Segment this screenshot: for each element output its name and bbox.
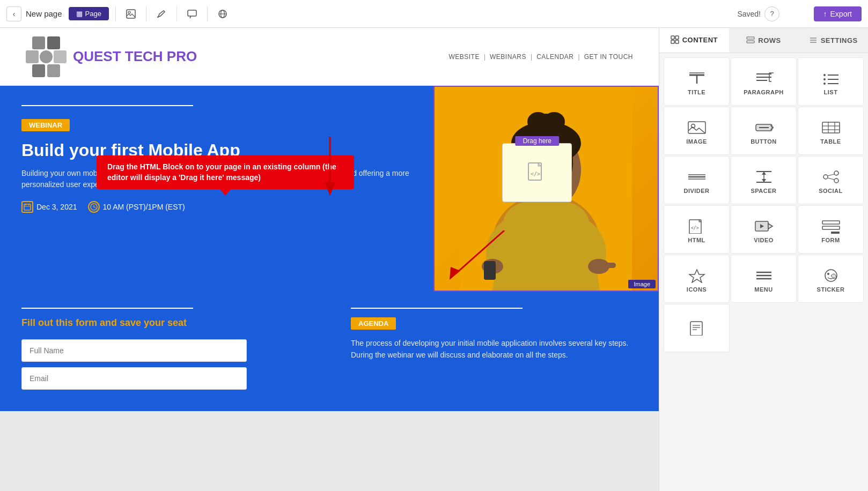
svg-text:</>: </> <box>691 226 699 230</box>
svg-point-77 <box>823 175 828 179</box>
help-button[interactable]: ? <box>764 6 779 21</box>
content-item-spacer[interactable]: SPACER <box>731 156 797 204</box>
clock-icon <box>88 201 100 213</box>
svg-line-80 <box>828 178 834 180</box>
html-file-icon: </> <box>526 162 548 183</box>
red-arrow-down <box>319 137 341 201</box>
svg-line-79 <box>828 174 834 176</box>
email-input[interactable] <box>21 367 247 390</box>
svg-rect-42 <box>747 41 754 43</box>
svg-rect-2 <box>188 10 196 16</box>
page-canvas: QUEST TECH PRO WEBSITE | WEBINARS | CALE… <box>0 28 659 411</box>
logo-hex-2 <box>47 36 60 49</box>
content-item-paragraph[interactable]: PARAGRAPH <box>731 57 797 106</box>
comment-icon-btn[interactable] <box>183 5 201 23</box>
svg-point-53 <box>823 74 826 76</box>
calendar-icon <box>21 201 33 213</box>
tooltip-red: Drag the HTML Block on to your page in a… <box>97 155 354 189</box>
svg-rect-38 <box>675 36 679 39</box>
toolbar-sep-2 <box>146 6 146 21</box>
content-item-title[interactable]: TITLE <box>664 57 730 106</box>
logo-hex-5 <box>54 50 67 63</box>
menu-icon <box>754 268 774 283</box>
bottom-section: Fill out this form and save your seat AG… <box>0 292 659 411</box>
paragraph-icon <box>754 71 774 86</box>
form-section: Fill out this form and save your seat <box>0 292 329 411</box>
logo-hex-4 <box>40 50 53 63</box>
nav-calendar[interactable]: CALENDAR <box>532 53 578 61</box>
logo-hex-7 <box>47 64 60 77</box>
export-button[interactable]: ↑ Export <box>814 6 862 21</box>
brand-section: QUEST TECH PRO <box>21 36 197 77</box>
toolbar-sep-1 <box>115 6 116 21</box>
nav-get-in-touch[interactable]: GET IN TOUCH <box>580 53 637 61</box>
svg-point-1 <box>128 11 130 13</box>
content-item-list[interactable]: LIST <box>798 57 864 106</box>
webinar-badge: WEBINAR <box>21 119 70 131</box>
export-icon: ↑ <box>823 10 827 18</box>
icons-icon <box>687 268 707 283</box>
svg-point-76 <box>834 171 838 175</box>
toolbar-sep-4 <box>207 6 208 21</box>
white-divider <box>21 105 193 106</box>
svg-point-78 <box>834 178 838 183</box>
page-header: QUEST TECH PRO WEBSITE | WEBINARS | CALE… <box>0 28 659 86</box>
image-icon <box>687 120 707 135</box>
webinar-date: Dec 3, 2021 <box>21 201 77 213</box>
title-icon <box>687 71 707 86</box>
agenda-badge: AGENDA <box>351 317 396 330</box>
content-item-form[interactable]: FORM <box>798 205 864 254</box>
nav-webinars[interactable]: WEBINARS <box>486 53 531 61</box>
svg-rect-86 <box>822 221 840 224</box>
content-item-html[interactable]: </> HTML <box>664 205 730 254</box>
content-item-table[interactable]: TABLE <box>798 107 864 155</box>
agenda-text: The process of developing your initial m… <box>351 337 637 361</box>
divider-icon <box>687 169 707 184</box>
form-icon <box>821 219 841 234</box>
page-btn-icon: ▦ <box>76 10 83 18</box>
content-item-menu[interactable]: MENU <box>731 255 797 303</box>
content-item-button[interactable]: BUTTON <box>731 107 797 155</box>
html-icon: </> <box>687 219 707 234</box>
drag-here-card: Drag here </> <box>502 143 572 202</box>
logo-hex-1 <box>32 36 45 49</box>
nav-website[interactable]: WEBSITE <box>444 53 484 61</box>
svg-rect-40 <box>675 40 679 43</box>
content-item-icons[interactable]: ICONS <box>664 255 730 303</box>
page-name-label: New page <box>26 9 62 18</box>
svg-point-55 <box>823 78 826 80</box>
spacer-icon <box>754 169 774 184</box>
svg-rect-0 <box>127 10 135 18</box>
content-item-page[interactable] <box>664 304 730 352</box>
globe-icon-btn[interactable] <box>214 5 231 23</box>
tab-rows[interactable]: ROWS <box>729 28 799 53</box>
content-item-social[interactable]: SOCIAL <box>798 156 864 204</box>
image-icon-btn[interactable] <box>122 5 139 23</box>
drag-here-label: Drag here <box>516 136 559 146</box>
back-button[interactable]: ‹ <box>6 6 21 21</box>
svg-point-94 <box>827 273 829 275</box>
toolbar: ‹ New page ▦ Page Saved! ? <box>0 0 868 28</box>
svg-line-16 <box>94 207 95 208</box>
tab-settings[interactable]: SETTINGS <box>798 28 868 53</box>
page-button[interactable]: ▦ Page <box>69 7 109 20</box>
editor-area: QUEST TECH PRO WEBSITE | WEBINARS | CALE… <box>0 28 659 491</box>
content-item-video[interactable]: VIDEO <box>731 205 797 254</box>
content-item-sticker[interactable]: STICKER <box>798 255 864 303</box>
pen-icon-btn[interactable] <box>153 5 170 23</box>
svg-rect-95 <box>690 322 702 336</box>
brand-name: QUEST TECH PRO <box>73 48 197 65</box>
main-nav: WEBSITE | WEBINARS | CALENDAR | GET IN T… <box>444 53 637 61</box>
right-sidebar: CONTENT ROWS SETTINGS <box>659 28 868 491</box>
content-item-image[interactable]: IMAGE <box>664 107 730 155</box>
svg-text:</>: </> <box>531 171 540 177</box>
full-name-input[interactable] <box>21 339 247 362</box>
svg-marker-89 <box>689 270 704 282</box>
sidebar-tabs: CONTENT ROWS SETTINGS <box>659 28 868 53</box>
toolbar-sep-3 <box>176 6 177 21</box>
content-item-divider[interactable]: DIVIDER <box>664 156 730 204</box>
svg-rect-39 <box>671 40 674 43</box>
social-icon <box>821 169 841 184</box>
svg-rect-37 <box>671 36 674 39</box>
tab-content[interactable]: CONTENT <box>659 28 729 53</box>
